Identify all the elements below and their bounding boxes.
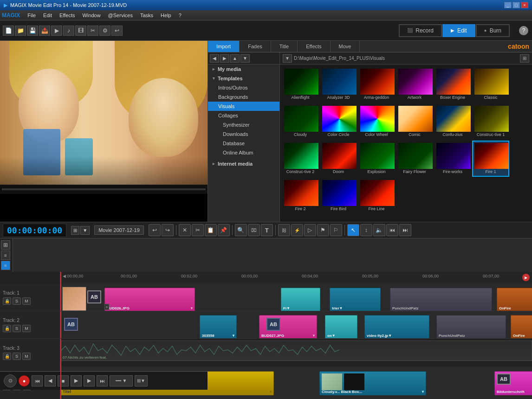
help-circle[interactable]: ? bbox=[519, 26, 528, 35]
record-ctrl[interactable]: ● bbox=[19, 375, 30, 386]
select-tool[interactable]: ↖ bbox=[347, 224, 359, 236]
thumb-item-fireline[interactable]: Fire Line bbox=[358, 178, 395, 214]
thumb-item-explosion[interactable]: Explosion bbox=[358, 141, 395, 177]
view-toggle[interactable]: ⊞ bbox=[520, 54, 529, 63]
toolbar-icon-music[interactable]: ♪ bbox=[63, 26, 74, 36]
thumb-item-comic[interactable]: Comic bbox=[396, 103, 433, 140]
menu-effects[interactable]: Effects bbox=[56, 12, 78, 19]
tab-title[interactable]: Title bbox=[271, 41, 298, 52]
prev-marker[interactable]: ⏮ bbox=[386, 224, 398, 236]
tab-fades[interactable]: Fades bbox=[240, 41, 271, 52]
extra-ctrl[interactable]: ⊞▼ bbox=[135, 375, 148, 386]
track4-cloudy[interactable]: Cloudy.v... Black Box... ▼ bbox=[319, 371, 426, 395]
track1-onfire[interactable]: OnFire bbox=[497, 288, 532, 311]
close-button[interactable]: × bbox=[521, 2, 528, 8]
minimize-button[interactable]: _ bbox=[504, 2, 512, 8]
back-button[interactable]: ◀ bbox=[210, 54, 219, 63]
sidebar-backgrounds[interactable]: Backgrounds bbox=[208, 92, 279, 102]
menu-window[interactable]: Window bbox=[78, 12, 104, 19]
track2-on[interactable]: on▼ bbox=[325, 315, 357, 338]
thumb-item-fire1[interactable]: Fire 1 bbox=[472, 141, 509, 177]
redo-button[interactable]: ↪ bbox=[162, 224, 174, 236]
thumb-item-boxerengine[interactable]: Boxer Engine bbox=[434, 66, 471, 103]
menu-help-icon[interactable]: ? bbox=[175, 12, 185, 19]
track2-solo[interactable]: S bbox=[13, 325, 21, 332]
sidebar-downloads[interactable]: Downloads bbox=[208, 129, 279, 139]
volume-tool[interactable]: 🔈 bbox=[373, 224, 385, 236]
sidebar-visuals[interactable]: Visuals bbox=[208, 102, 279, 111]
skip-start[interactable]: ⏮ bbox=[32, 375, 43, 386]
toolbar-icon-cut[interactable]: ✂ bbox=[87, 26, 98, 36]
thumb-item-cloudy[interactable]: Cloudy bbox=[282, 103, 319, 140]
track1-cyan[interactable]: Fi▼ bbox=[281, 288, 320, 311]
record-button[interactable]: ⬛ Record bbox=[399, 24, 442, 37]
timecode-format-button[interactable]: ⊞ bbox=[71, 226, 79, 235]
unlink-button[interactable]: ⚡ bbox=[291, 224, 303, 236]
thumb-item-alienflight[interactable]: Alienflight bbox=[282, 66, 319, 103]
thumb-item-colorcircle[interactable]: Color Circle bbox=[320, 103, 357, 140]
toolbar-icon-settings[interactable]: ⚙ bbox=[99, 26, 110, 36]
next-frame[interactable]: ▶ bbox=[84, 375, 95, 386]
sidebar-database[interactable]: Database bbox=[208, 139, 279, 148]
track1-lock[interactable]: 🔒 bbox=[3, 297, 11, 305]
thumb-item-fairyflower[interactable]: Fairy Flower bbox=[396, 141, 433, 177]
tab-effects[interactable]: Effects bbox=[298, 41, 330, 52]
split-button[interactable]: ▷ bbox=[304, 224, 316, 236]
play-btn[interactable]: ▶ bbox=[71, 375, 82, 386]
zoom-button[interactable]: 🔍 bbox=[235, 224, 247, 236]
sidebar-synthesizer[interactable]: Synthesizer bbox=[208, 120, 279, 129]
sidebar-my-media[interactable]: ► My media bbox=[208, 64, 279, 74]
link-button[interactable]: ⛓ bbox=[278, 224, 290, 236]
thumb-item-doom[interactable]: Doom bbox=[320, 141, 357, 177]
toolbar-icon-open[interactable]: 📁 bbox=[15, 26, 26, 36]
toolbar-icon-arrow[interactable]: ↩ bbox=[111, 26, 123, 36]
maximize-button[interactable]: □ bbox=[513, 2, 520, 8]
sidebar-templates[interactable]: ▼ Templates bbox=[208, 74, 279, 83]
side-active-button[interactable]: ≡ bbox=[1, 261, 10, 270]
sidebar-intros[interactable]: Intros/Outros bbox=[208, 83, 279, 92]
nav-dropdown[interactable]: ▼ bbox=[240, 54, 250, 63]
track2-mute[interactable]: M bbox=[22, 325, 31, 332]
menu-edit[interactable]: Edit bbox=[39, 12, 56, 19]
thumb-item-constructive2[interactable]: Construc-tive 2 bbox=[282, 141, 319, 177]
thumb-item-firebird[interactable]: Fire Bird bbox=[320, 178, 357, 214]
copy-button[interactable]: 📋 bbox=[205, 224, 217, 236]
menu-file[interactable]: File bbox=[24, 12, 39, 19]
thumb-item-fireworks[interactable]: Fire-works bbox=[434, 141, 471, 177]
prev-frame[interactable]: ◀ bbox=[45, 375, 56, 386]
sidebar-internet-media[interactable]: ► Internet media bbox=[208, 159, 279, 168]
toolbar-icon-play[interactable]: ▶ bbox=[51, 26, 62, 36]
thumb-item-constructive1[interactable]: Construc-tive 1 bbox=[472, 103, 509, 140]
track3-mute[interactable]: M bbox=[22, 353, 31, 360]
path-dropdown[interactable]: ▼ bbox=[283, 54, 292, 63]
track3-solo[interactable]: S bbox=[13, 353, 21, 360]
preview-slider[interactable] bbox=[2, 188, 206, 190]
timecode-dropdown[interactable]: ▼ bbox=[80, 226, 90, 235]
menu-tasks[interactable]: Tasks bbox=[136, 12, 157, 19]
track2-videofly[interactable]: video fly2.jp▼ bbox=[364, 315, 429, 338]
thumb-item-fire2[interactable]: Fire 2 bbox=[282, 178, 319, 214]
preview-dropdown[interactable]: ⊙ bbox=[4, 374, 17, 387]
marker2-button[interactable]: ⚐ bbox=[330, 224, 342, 236]
sidebar-collages[interactable]: Collages bbox=[208, 111, 279, 120]
side-menu-button[interactable]: ≡ bbox=[1, 251, 10, 260]
track2-lock[interactable]: 🔒 bbox=[3, 325, 11, 332]
track1-punch[interactable]: PunchUndPatz bbox=[390, 288, 492, 311]
side-grid-button[interactable]: ⊞ bbox=[1, 240, 10, 250]
forward-button[interactable]: ▶ bbox=[220, 54, 229, 63]
track1-mute[interactable]: M bbox=[22, 297, 31, 305]
thumb-item-confuzius[interactable]: Confu-zius bbox=[434, 103, 471, 140]
skip-end[interactable]: ⏭ bbox=[97, 375, 108, 386]
text-button[interactable]: T bbox=[261, 224, 273, 236]
toolbar-icon-save[interactable]: 💾 bbox=[27, 26, 38, 36]
thumb-item-analyzer3d[interactable]: Analyzer 3D bbox=[320, 66, 357, 103]
undo-button[interactable]: ↩ bbox=[149, 224, 161, 236]
razor-button[interactable]: ⌧ bbox=[248, 224, 260, 236]
track2-onfire[interactable]: OnFire bbox=[511, 315, 532, 338]
track2-303558[interactable]: 303558 ▼ bbox=[200, 315, 237, 338]
toolbar-icon-export[interactable]: 📤 bbox=[39, 26, 50, 36]
burn-button[interactable]: ● Burn bbox=[476, 24, 510, 37]
cut-button[interactable]: ✂ bbox=[192, 224, 204, 236]
thumb-item-colorwheel[interactable]: Color Wheel bbox=[358, 103, 395, 140]
menu-services[interactable]: @Services bbox=[104, 12, 136, 19]
